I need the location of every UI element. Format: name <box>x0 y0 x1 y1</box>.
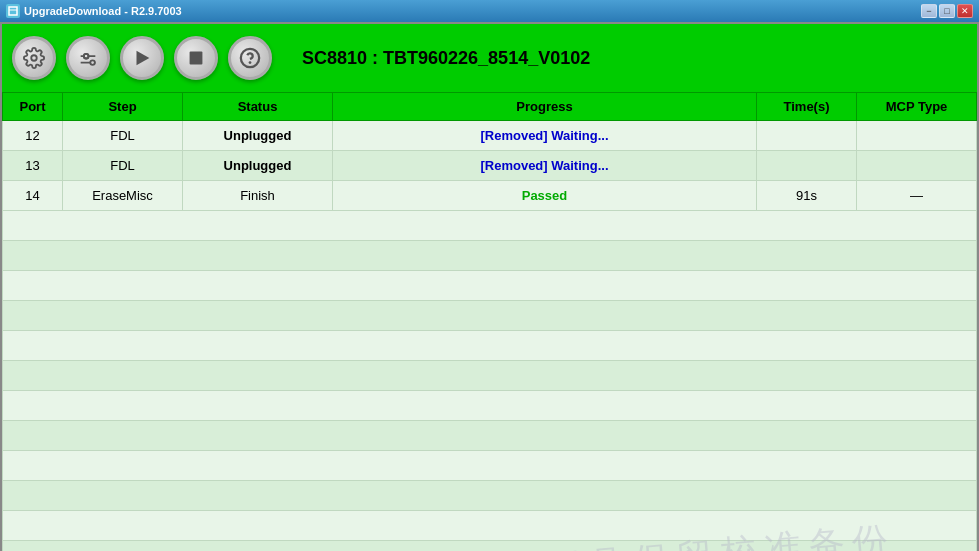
close-button[interactable]: ✕ <box>957 4 973 18</box>
cell-time <box>757 151 857 181</box>
table-row-empty <box>3 361 977 391</box>
cell-progress: [Removed] Waiting... <box>333 121 757 151</box>
help-button[interactable] <box>228 36 272 80</box>
maximize-button[interactable]: □ <box>939 4 955 18</box>
table-row-empty <box>3 271 977 301</box>
minimize-button[interactable]: − <box>921 4 937 18</box>
cell-step: EraseMisc <box>63 181 183 211</box>
table-row-empty <box>3 451 977 481</box>
main-content: Port Step Status Progress Time(s) MCP Ty… <box>2 92 977 551</box>
table-row: 12 FDL Unplugged [Removed] Waiting... <box>3 121 977 151</box>
toolbar: SC8810 : TBT960226_8514_V0102 <box>2 24 977 92</box>
title-bar-left: UpgradeDownload - R2.9.7003 <box>6 4 182 18</box>
window-title: UpgradeDownload - R2.9.7003 <box>24 5 182 17</box>
col-progress: Progress <box>333 93 757 121</box>
settings-button[interactable] <box>12 36 56 80</box>
cell-mcp: — <box>857 181 977 211</box>
cell-time: 91s <box>757 181 857 211</box>
stop-button[interactable] <box>174 36 218 80</box>
table-row: 13 FDL Unplugged [Removed] Waiting... <box>3 151 977 181</box>
cell-status: Unplugged <box>183 151 333 181</box>
svg-point-5 <box>84 54 89 59</box>
table-row-empty <box>3 421 977 451</box>
cell-time <box>757 121 857 151</box>
main-window: SC8810 : TBT960226_8514_V0102 Port Step … <box>0 22 979 551</box>
cell-progress: [Removed] Waiting... <box>333 151 757 181</box>
table-row-empty <box>3 541 977 552</box>
advanced-settings-button[interactable] <box>66 36 110 80</box>
cell-port: 13 <box>3 151 63 181</box>
table-row: 14 EraseMisc Finish Passed 91s — <box>3 181 977 211</box>
table-row-empty <box>3 391 977 421</box>
cell-mcp <box>857 121 977 151</box>
cell-mcp <box>857 151 977 181</box>
app-icon <box>6 4 20 18</box>
cell-status: Unplugged <box>183 121 333 151</box>
col-status: Status <box>183 93 333 121</box>
table-row-empty <box>3 301 977 331</box>
col-step: Step <box>63 93 183 121</box>
cell-port: 14 <box>3 181 63 211</box>
svg-point-2 <box>31 55 37 61</box>
cell-port: 12 <box>3 121 63 151</box>
cell-status: Finish <box>183 181 333 211</box>
cell-progress: Passed <box>333 181 757 211</box>
svg-rect-7 <box>190 52 203 65</box>
table-row-empty <box>3 511 977 541</box>
svg-point-4 <box>90 60 95 65</box>
svg-marker-6 <box>137 51 150 66</box>
table-row-empty <box>3 241 977 271</box>
window-controls: − □ ✕ <box>921 4 973 18</box>
col-time: Time(s) <box>757 93 857 121</box>
svg-rect-0 <box>9 7 17 15</box>
cell-step: FDL <box>63 151 183 181</box>
play-button[interactable] <box>120 36 164 80</box>
table-row-empty <box>3 211 977 241</box>
data-table: Port Step Status Progress Time(s) MCP Ty… <box>2 92 977 551</box>
title-bar: UpgradeDownload - R2.9.7003 − □ ✕ <box>0 0 979 22</box>
table-row-empty <box>3 331 977 361</box>
col-port: Port <box>3 93 63 121</box>
col-mcp: MCP Type <box>857 93 977 121</box>
table-row-empty <box>3 481 977 511</box>
cell-step: FDL <box>63 121 183 151</box>
toolbar-title: SC8810 : TBT960226_8514_V0102 <box>282 48 967 69</box>
